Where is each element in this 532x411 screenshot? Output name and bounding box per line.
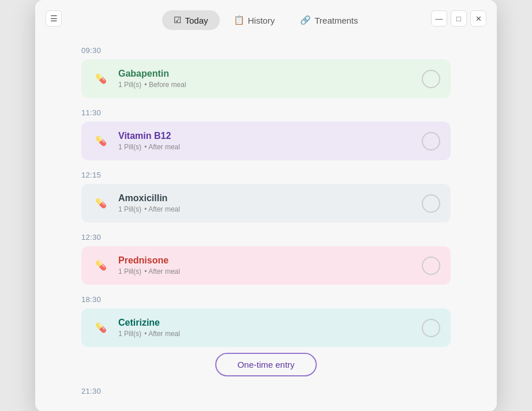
- med-detail-gabapentin: 1 Pill(s) • Before meal: [118, 81, 188, 89]
- tab-history[interactable]: 📋 History: [222, 10, 287, 30]
- complete-amoxicillin-button[interactable]: [422, 194, 440, 213]
- med-info-prednisone: Prednisone 1 Pill(s) • After meal: [118, 255, 181, 276]
- hamburger-icon: ☰: [50, 14, 58, 23]
- time-label-1230: 12:30: [81, 233, 451, 242]
- med-name-amoxicillin: Amoxicillin: [118, 193, 181, 203]
- main-content: 09:30 💊 Gabapentin 1 Pill(s) • Before me…: [35, 30, 497, 411]
- one-time-entry-button[interactable]: One-time entry: [215, 353, 316, 376]
- med-card-left-vitaminb12: 💊 Vitamin B12 1 Pill(s) • After meal: [92, 131, 181, 151]
- complete-vitaminb12-button[interactable]: [422, 132, 440, 150]
- med-name-vitaminb12: Vitamin B12: [118, 131, 181, 141]
- maximize-button[interactable]: □: [451, 10, 467, 27]
- time-label-1830: 18:30: [81, 295, 451, 304]
- time-label-1215: 12:15: [81, 171, 451, 179]
- med-detail-amoxicillin: 1 Pill(s) • After meal: [118, 205, 181, 213]
- med-detail-cetirizine: 1 Pill(s) • After meal: [118, 330, 181, 338]
- pill-icon-prednisone: 💊: [92, 257, 110, 275]
- app-window: ☰ ☑ Today 📋 History 🔗 Treatments — □: [35, 0, 497, 411]
- pill-icon-cetirizine: 💊: [92, 319, 110, 337]
- complete-gabapentin-button[interactable]: [422, 70, 440, 88]
- med-name-gabapentin: Gabapentin: [118, 69, 188, 79]
- med-detail-prednisone: 1 Pill(s) • After meal: [118, 267, 181, 276]
- titlebar: ☰ ☑ Today 📋 History 🔗 Treatments — □: [35, 0, 497, 30]
- med-info-amoxicillin: Amoxicillin 1 Pill(s) • After meal: [118, 193, 181, 213]
- treatments-icon: 🔗: [300, 15, 311, 25]
- minimize-icon: —: [436, 14, 443, 23]
- close-button[interactable]: ✕: [470, 10, 486, 27]
- pill-icon-gabapentin: 💊: [92, 70, 110, 88]
- med-info-gabapentin: Gabapentin 1 Pill(s) • Before meal: [118, 69, 188, 89]
- today-icon: ☑: [174, 15, 181, 25]
- med-card-prednisone: 💊 Prednisone 1 Pill(s) • After meal: [81, 246, 451, 285]
- close-icon: ✕: [475, 14, 482, 23]
- time-label-1130: 11:30: [81, 108, 451, 117]
- med-detail-vitaminb12: 1 Pill(s) • After meal: [118, 143, 181, 151]
- med-card-left-amoxicillin: 💊 Amoxicillin 1 Pill(s) • After meal: [92, 193, 181, 213]
- window-controls: — □ ✕: [431, 10, 486, 27]
- time-label-2130: 21:30: [81, 387, 451, 395]
- med-card-amoxicillin: 💊 Amoxicillin 1 Pill(s) • After meal: [81, 184, 451, 223]
- complete-prednisone-button[interactable]: [422, 257, 440, 275]
- complete-cetirizine-button[interactable]: [422, 319, 440, 337]
- history-icon: 📋: [234, 15, 245, 25]
- hamburger-button[interactable]: ☰: [46, 10, 62, 27]
- pill-icon-amoxicillin: 💊: [92, 194, 110, 213]
- tab-treatments[interactable]: 🔗 Treatments: [289, 10, 369, 30]
- med-name-prednisone: Prednisone: [118, 255, 181, 266]
- one-time-entry-container: One-time entry: [81, 353, 451, 376]
- med-info-vitaminb12: Vitamin B12 1 Pill(s) • After meal: [118, 131, 181, 151]
- med-card-gabapentin: 💊 Gabapentin 1 Pill(s) • Before meal: [81, 59, 451, 98]
- tab-today-label: Today: [185, 16, 208, 25]
- med-card-vitaminb12: 💊 Vitamin B12 1 Pill(s) • After meal: [81, 122, 451, 160]
- med-info-cetirizine: Cetirizine 1 Pill(s) • After meal: [118, 318, 181, 338]
- pill-icon-vitaminb12: 💊: [92, 132, 110, 150]
- time-label-0930: 09:30: [81, 46, 451, 55]
- tab-treatments-label: Treatments: [314, 16, 358, 25]
- tab-bar: ☑ Today 📋 History 🔗 Treatments: [162, 10, 369, 30]
- minimize-button[interactable]: —: [431, 10, 447, 27]
- tab-today[interactable]: ☑ Today: [162, 10, 219, 30]
- tab-history-label: History: [248, 16, 275, 25]
- med-card-cetirizine: 💊 Cetirizine 1 Pill(s) • After meal: [81, 308, 451, 347]
- med-card-left-prednisone: 💊 Prednisone 1 Pill(s) • After meal: [92, 255, 181, 276]
- maximize-icon: □: [456, 14, 461, 23]
- med-card-left-cetirizine: 💊 Cetirizine 1 Pill(s) • After meal: [92, 318, 181, 338]
- med-name-cetirizine: Cetirizine: [118, 318, 181, 328]
- med-card-left-gabapentin: 💊 Gabapentin 1 Pill(s) • Before meal: [92, 69, 188, 89]
